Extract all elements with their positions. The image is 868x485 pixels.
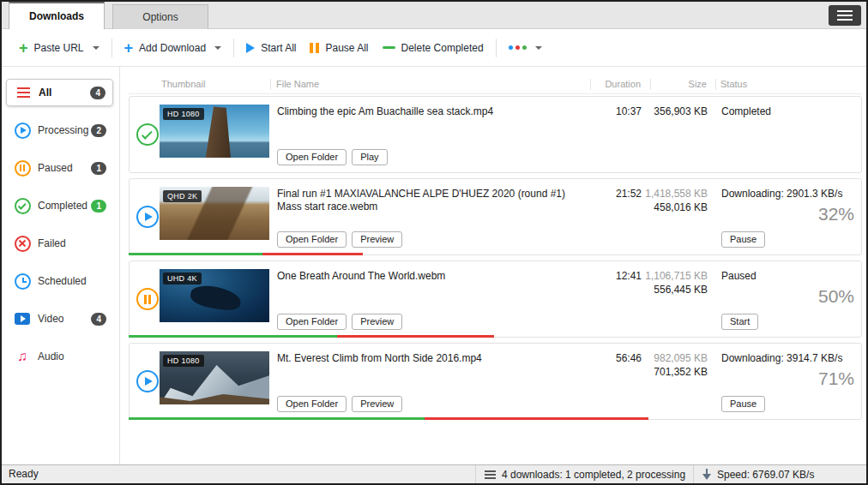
preview-button[interactable]: Preview — [352, 396, 402, 412]
status-text: Paused — [721, 270, 756, 282]
sidebar-item-all[interactable]: All 4 — [6, 79, 113, 106]
tab-bar: Downloads Options — [2, 2, 866, 29]
hamburger-menu-button[interactable] — [829, 5, 861, 26]
more-dots-icon — [509, 45, 527, 50]
video-icon — [13, 310, 32, 327]
pause-button[interactable]: Pause — [721, 231, 765, 248]
check-circle-icon — [13, 197, 32, 214]
sidebar-item-failed[interactable]: Failed — [6, 230, 113, 257]
count-badge: 4 — [91, 313, 106, 326]
count-badge: 1 — [91, 162, 106, 175]
duration: 56:46 — [576, 352, 642, 364]
download-row[interactable]: QHD 2K Final run #1 MAXIAVALANCHE ALPE D… — [129, 178, 862, 255]
status-text: Completed — [721, 105, 771, 117]
column-header-thumbnail: Thumbnail — [161, 79, 205, 89]
status-summary-text: 4 downloads: 1 completed, 2 processing — [502, 469, 685, 481]
row-buttons: Open Folder Play — [277, 149, 388, 165]
progress-percent: 71% — [818, 368, 854, 389]
sidebar-item-label: All — [39, 87, 51, 99]
download-arrow-icon — [702, 469, 711, 480]
quality-badge: HD 1080 — [163, 108, 204, 120]
sidebar-item-label: Completed — [38, 200, 87, 212]
status-speed-text: Speed: 6769.07 KB/s — [717, 469, 814, 481]
tab-options[interactable]: Options — [112, 4, 208, 29]
file-name: Climbing the epic Am Buachaille sea stac… — [277, 105, 588, 118]
toolbar: + Paste URL + Add Download Start All Pau… — [2, 29, 866, 67]
play-icon — [246, 43, 255, 53]
downloading-status-icon — [136, 206, 159, 228]
sidebar-item-label: Paused — [38, 162, 73, 174]
column-header-status: Status — [720, 79, 747, 89]
progress-bar — [129, 253, 363, 255]
sidebar-item-paused[interactable]: Paused 1 — [6, 154, 113, 182]
status-text: Downloading: 2901.3 KB/s — [721, 188, 842, 200]
status-text: Downloading: 3914.7 KB/s — [721, 352, 842, 364]
download-row[interactable]: HD 1080 Climbing the epic Am Buachaille … — [129, 96, 862, 173]
downloading-status-icon — [136, 370, 159, 392]
column-header-file-name: File Name — [276, 79, 319, 89]
sidebar-item-scheduled[interactable]: Scheduled — [6, 267, 113, 295]
preview-button[interactable]: Preview — [352, 231, 402, 248]
status-summary: 4 downloads: 1 completed, 2 processing — [475, 465, 685, 483]
size-total: 356,903 KB — [636, 105, 708, 117]
music-note-icon — [13, 348, 32, 365]
start-all-button[interactable]: Start All — [239, 38, 303, 58]
size-cell: 982,095 KB 701,352 KB — [636, 352, 708, 378]
pause-circle-icon — [13, 159, 32, 177]
pause-all-label: Pause All — [325, 42, 368, 54]
add-download-button[interactable]: + Add Download — [118, 38, 229, 58]
hamburger-icon — [837, 10, 853, 21]
more-menu-button[interactable] — [502, 41, 549, 54]
open-folder-button[interactable]: Open Folder — [277, 396, 347, 412]
delete-completed-button[interactable]: Delete Completed — [376, 38, 491, 58]
download-row[interactable]: HD 1080 Mt. Everest Climb from North Sid… — [129, 343, 862, 420]
progress-bar — [129, 335, 495, 338]
header-separator — [590, 79, 591, 90]
count-badge: 2 — [91, 124, 106, 137]
sidebar-item-completed[interactable]: Completed 1 — [6, 192, 113, 219]
start-all-label: Start All — [261, 42, 296, 54]
open-folder-button[interactable]: Open Folder — [277, 314, 347, 330]
open-folder-button[interactable]: Open Folder — [277, 231, 347, 248]
video-thumbnail[interactable]: HD 1080 — [160, 105, 269, 158]
quality-badge: HD 1080 — [163, 355, 204, 367]
video-thumbnail[interactable]: UHD 4K — [160, 269, 269, 322]
tab-downloads[interactable]: Downloads — [9, 2, 105, 29]
list-summary-icon — [485, 470, 496, 479]
download-row[interactable]: UHD 4K One Breath Around The World.webm … — [129, 260, 862, 338]
pause-all-button[interactable]: Pause All — [303, 38, 375, 58]
sidebar-item-label: Audio — [38, 350, 64, 362]
size-cell: 356,903 KB — [636, 105, 708, 117]
header-separator — [650, 79, 651, 90]
header-separator — [270, 79, 271, 90]
chevron-down-icon — [535, 46, 542, 50]
header-separator — [715, 79, 716, 90]
count-badge: 4 — [90, 87, 105, 99]
sidebar: All 4 Processing 2 Paused 1 Completed 1 … — [2, 67, 120, 464]
video-thumbnail[interactable]: HD 1080 — [160, 351, 269, 404]
tab-options-label: Options — [142, 11, 178, 23]
sidebar-item-video[interactable]: Video 4 — [6, 305, 113, 332]
status-ready-text: Ready — [9, 468, 39, 480]
open-folder-button[interactable]: Open Folder — [277, 149, 347, 165]
play-circle-icon — [13, 122, 32, 139]
paste-url-button[interactable]: + Paste URL — [12, 38, 106, 58]
preview-button[interactable]: Preview — [352, 314, 402, 330]
play-button[interactable]: Play — [352, 149, 387, 165]
sidebar-item-audio[interactable]: Audio — [6, 343, 113, 370]
sidebar-item-label: Video — [38, 313, 63, 325]
plus-icon: + — [19, 42, 28, 54]
plus-icon: + — [124, 42, 134, 54]
size-downloaded: 458,016 KB — [636, 201, 708, 213]
sidebar-item-label: Failed — [38, 237, 66, 249]
paste-url-label: Paste URL — [34, 42, 84, 54]
table-header: Thumbnail File Name Duration Size Status — [129, 77, 862, 94]
size-cell: 1,418,558 KB 458,016 KB — [636, 188, 708, 213]
pause-icon — [310, 43, 319, 53]
video-thumbnail[interactable]: QHD 2K — [160, 187, 269, 240]
minus-icon — [383, 46, 395, 49]
pause-button[interactable]: Pause — [721, 396, 765, 412]
start-button[interactable]: Start — [721, 314, 758, 330]
sidebar-item-processing[interactable]: Processing 2 — [6, 117, 113, 144]
x-circle-icon — [13, 235, 32, 252]
